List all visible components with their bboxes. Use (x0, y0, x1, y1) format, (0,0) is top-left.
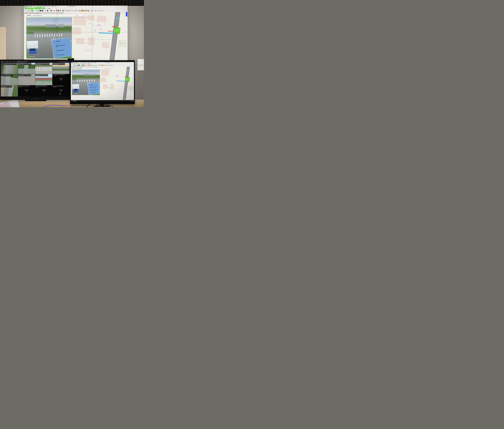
camera-tile-008[interactable]: ИТС1 Пенза 008 Калинина-Свердлова 2[ 0 x… (52, 74, 70, 85)
funnel-add-icon[interactable] (99, 65, 99, 66)
menu-burger-icon[interactable] (2, 61, 3, 62)
camera-view[interactable]: 2000/01/01 13:46:31 MS750BP ↑ АЭРОПОРТ Д… (26, 18, 72, 59)
pcapp-close-button[interactable]: ✕ (88, 15, 89, 16)
camera-green-icon[interactable] (83, 65, 84, 66)
globe-icon[interactable] (38, 10, 39, 11)
ellipse-plus-icon[interactable] (74, 10, 75, 11)
tab-close-icon[interactable]: ✕ (62, 13, 63, 14)
zoom-off-icon[interactable]: ⌀ (68, 61, 69, 62)
undo-icon[interactable] (84, 10, 86, 11)
camera-tile-001[interactable]: ИТС1 Пенза 001 Окружная-Калинина-Кривозе… (1, 63, 18, 74)
camera-tile-009[interactable]: ИТС1 Пенза 009 Гоголя-Свердлова[ 1280 x … (1, 85, 18, 96)
camera-tile-011[interactable]: ИТС1 Пенза 011 Кирова-Лермонтова[ 0 x 0 … (35, 85, 52, 96)
taskbar-app-icon[interactable] (74, 100, 75, 101)
pcapp-restore-button[interactable]: ⤢ (86, 15, 87, 16)
tab-crossing-5836[interactable]: 5836: ул. Терновского - ул. Сухумская (71, 67, 82, 67)
open-icon[interactable] (72, 65, 73, 66)
camera-tile-006[interactable]: ИТС1 Пенза 006 Калинина-Металлистов[ 128… (18, 74, 35, 85)
funnel-icon[interactable] (56, 10, 57, 11)
poi-dva-kapitana[interactable]: Два капитана (115, 75, 119, 77)
pcapp-url[interactable]: http://192.168.16.241 (76, 68, 82, 69)
region-suv[interactable]: Сув (112, 65, 113, 66)
funnel-red-icon[interactable] (58, 10, 59, 11)
region-suv[interactable]: Сув (101, 10, 103, 11)
camera-tile-003[interactable]: ИТС1 Пенза 003 Калинина, Дизельный завод… (35, 63, 52, 74)
camera-view-small[interactable]: 2000/01/01 13:46:31 MS750BP ↑ АЭРОПОРТ Д… (72, 70, 100, 95)
funnel-red-icon[interactable] (89, 65, 90, 66)
pcapp-minimize-button[interactable]: – (107, 68, 107, 69)
layer-up-icon[interactable] (82, 10, 84, 11)
camera-tile-002[interactable]: ИТС1 Пенза 002 Калинина, ф-ка Игрушек[ 1… (18, 63, 35, 74)
menu-help[interactable]: Справка (47, 8, 51, 9)
maximize-button[interactable]: ❐ (123, 6, 125, 7)
pcapp-minimize-button[interactable]: – (83, 15, 83, 16)
map-select-icon[interactable] (32, 10, 33, 11)
zoom-plus-icon[interactable] (98, 65, 98, 66)
health-button[interactable]: Здоровье ДТ (66, 10, 72, 11)
traffic-map-small[interactable]: Гомельская улица ул. Терновского Школа№5… (100, 67, 134, 100)
signal-wand-icon[interactable] (92, 65, 93, 66)
camera-tile-012[interactable]: ИТС1 Пенза 012 Кирова-К.Маркса[ 0 x 0 ] … (52, 85, 70, 96)
minimize-button[interactable]: – (121, 6, 123, 7)
hamburger-icon[interactable]: ☰ (106, 68, 107, 69)
pcapp-close-button[interactable]: ✕ (110, 68, 110, 69)
pcapp-restore-button[interactable]: ⤢ (109, 68, 109, 69)
green-arrow-icon[interactable] (45, 10, 46, 11)
menu-help[interactable]: Справка (87, 63, 90, 64)
refresh-icon[interactable]: ↻ (75, 15, 76, 16)
pan-hand-icon[interactable] (33, 10, 35, 11)
health-button[interactable]: Здоровье ДТ (93, 65, 97, 66)
cam-map-alert-icon[interactable] (88, 10, 89, 11)
region-kalin[interactable]: Калин (94, 10, 97, 11)
camera-tile-004[interactable]: ИТС1 Пенза 004 Калинина-ТЦ Рассвет[ 1280… (52, 63, 70, 74)
funnel-add-icon[interactable] (76, 10, 77, 11)
cam-map-icon[interactable] (103, 65, 104, 66)
menu-view[interactable]: Вид (74, 63, 75, 64)
zoom-plus-icon[interactable] (72, 10, 74, 11)
overview-button[interactable]: Обзор (53, 10, 55, 11)
funnel-green-icon[interactable] (90, 65, 90, 66)
menu-settings[interactable]: Настройки (79, 63, 82, 64)
taskbar-clock[interactable]: 13:56 21.08.2024 (131, 100, 134, 101)
close-button[interactable]: ✕ (126, 6, 127, 7)
camera-blue-icon[interactable] (47, 10, 48, 11)
signal-wand-icon[interactable] (64, 10, 66, 11)
pcapp-maximize-button[interactable]: ❐ (84, 15, 85, 16)
tab-crossing-5836[interactable]: 5836: ул. Терновского - ул. Сухумская ⧉ … (24, 12, 63, 14)
poi-olimp[interactable]: Олимп (99, 28, 102, 30)
map-intersection-highlight[interactable] (114, 27, 120, 34)
binoculars-icon[interactable] (40, 10, 41, 11)
region-kirov[interactable]: Киров (98, 10, 100, 11)
refresh-icon[interactable]: ↻ (105, 68, 106, 69)
binoculars-icon[interactable] (78, 65, 79, 66)
taskbar-app-icon[interactable] (73, 100, 74, 101)
camera-blue-icon[interactable] (81, 65, 82, 66)
menu-file[interactable]: Файл (72, 63, 73, 64)
region-penza[interactable]: Пенза (104, 65, 106, 66)
hamburger-icon[interactable]: ☰ (77, 15, 78, 16)
map-scroll-indicator[interactable] (126, 12, 127, 17)
camera-tile-005[interactable]: ИТС1 Пенза 005 Калинина-СОШ №25[ 1280 x … (1, 74, 18, 85)
cam-map-icon[interactable] (86, 10, 87, 11)
globe-icon[interactable] (77, 65, 78, 66)
open-icon[interactable] (26, 10, 28, 11)
funnel-green-icon[interactable] (59, 10, 61, 11)
folder-yellow-icon[interactable] (79, 10, 80, 11)
pcapp-maximize-button[interactable]: ❐ (108, 68, 108, 69)
taskbar-app-icon[interactable] (76, 100, 77, 101)
traffic-pair-icon[interactable] (62, 10, 64, 11)
menu-map[interactable]: Карта (76, 63, 78, 64)
tab-close-icon[interactable]: ✕ (96, 67, 97, 67)
pan-arrows-icon[interactable]: ✥ (67, 61, 67, 62)
new-doc-icon[interactable] (24, 10, 26, 11)
region-kalin[interactable]: Калин (107, 65, 108, 66)
region-penza[interactable]: Пенза (91, 10, 93, 11)
pen-icon[interactable] (35, 10, 37, 11)
camera-set-dropdown[interactable]: ИТС-1 (17, 61, 27, 62)
poi-etex[interactable]: Етех (94, 30, 96, 31)
camera-tile-007[interactable]: ИТС1 Пенза 007 Калинина-Свердлова 1[ 128… (35, 74, 52, 85)
region-kirov[interactable]: Киров (109, 65, 111, 66)
save-icon[interactable] (73, 65, 74, 66)
tab-float-icon[interactable]: ⧉ (61, 13, 62, 14)
camera-tile-010[interactable]: ИТС1 Пенза 010 Калинина-Чкалова[ 0 x 0 ]… (18, 85, 35, 96)
